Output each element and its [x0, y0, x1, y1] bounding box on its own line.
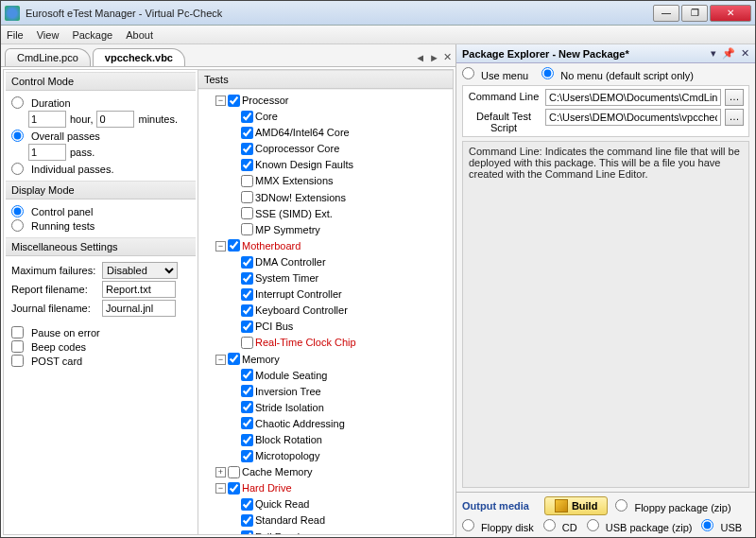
tab-next-icon[interactable]: ► [429, 52, 439, 63]
tree-node[interactable]: MP Symmetry [229, 221, 451, 237]
tree-checkbox[interactable] [241, 514, 253, 527]
tree-node[interactable]: Real-Time Clock Chip [229, 334, 451, 350]
default-script-browse-button[interactable]: … [725, 109, 744, 126]
tree-checkbox[interactable] [228, 353, 240, 365]
tree-checkbox[interactable] [241, 207, 253, 219]
tree-checkbox[interactable] [241, 223, 253, 235]
tree-node[interactable]: Stride Isolation [229, 399, 451, 415]
menu-view[interactable]: View [37, 29, 60, 41]
tree-node[interactable]: −Motherboard [215, 237, 451, 253]
tree-node[interactable]: Quick Read [229, 495, 451, 512]
expander-icon[interactable]: + [215, 467, 226, 477]
tab-prev-icon[interactable]: ◄ [415, 52, 425, 63]
expander-icon[interactable]: − [215, 241, 226, 252]
tree-checkbox[interactable] [241, 337, 253, 349]
beep-checkbox[interactable] [11, 340, 24, 353]
tree-checkbox[interactable] [241, 450, 253, 462]
tree-node[interactable]: Coprocessor Core [229, 140, 451, 156]
tree-checkbox[interactable] [228, 482, 240, 495]
output-opt-cd[interactable]: CD [543, 519, 577, 533]
tree-checkbox[interactable] [241, 272, 253, 285]
tree-node[interactable]: Inversion Tree [229, 383, 451, 399]
close-panel-icon[interactable]: ✕ [741, 47, 749, 60]
dropdown-icon[interactable]: ▾ [711, 47, 716, 60]
overall-passes-input[interactable] [28, 144, 66, 161]
tab-close-icon[interactable]: ✕ [443, 51, 452, 63]
tree-checkbox[interactable] [241, 111, 253, 123]
build-button[interactable]: Build [544, 496, 609, 515]
expander-icon[interactable]: − [215, 483, 226, 494]
expander-icon[interactable]: − [215, 355, 226, 365]
tree-node[interactable]: Known Design Faults [229, 156, 451, 172]
duration-radio[interactable] [11, 96, 24, 109]
tree-checkbox[interactable] [241, 159, 253, 171]
tab-vpccheck[interactable]: vpccheck.vbc [93, 48, 185, 66]
output-opt-usb-pkg[interactable]: USB package (zip) [587, 519, 693, 533]
tree-checkbox[interactable] [241, 321, 253, 333]
tree-checkbox[interactable] [241, 127, 253, 139]
tree-node[interactable]: Block Rotation [229, 431, 451, 447]
command-line-browse-button[interactable]: … [725, 89, 744, 106]
tree-node[interactable]: Full Read [229, 529, 451, 534]
close-button[interactable]: ✕ [710, 5, 751, 22]
tree-node[interactable]: +Cache Memory [215, 463, 451, 479]
tree-checkbox[interactable] [241, 288, 253, 301]
output-opt-floppy-pkg[interactable]: Floppy package (zip) [615, 499, 730, 513]
individual-radio[interactable] [11, 163, 24, 175]
maximize-button[interactable]: ❐ [681, 5, 708, 22]
tree-checkbox[interactable] [241, 256, 253, 269]
tree-checkbox[interactable] [241, 498, 253, 511]
tree-checkbox[interactable] [241, 530, 253, 534]
tree-node[interactable]: MMX Extensions [229, 172, 451, 188]
tree-node[interactable]: Chaotic Addressing [229, 415, 451, 431]
tree-checkbox[interactable] [241, 401, 253, 413]
report-filename-input[interactable] [102, 281, 176, 298]
output-opt-floppy[interactable]: Floppy disk [462, 519, 534, 533]
minimize-button[interactable]: — [653, 5, 679, 22]
post-checkbox[interactable] [11, 355, 24, 367]
tree-checkbox[interactable] [228, 239, 240, 252]
pause-checkbox[interactable] [11, 326, 24, 338]
default-script-input[interactable] [545, 109, 721, 126]
tree-checkbox[interactable] [241, 434, 253, 446]
command-line-input[interactable] [545, 89, 721, 106]
tree-node[interactable]: Microtopology [229, 447, 451, 463]
tree-node[interactable]: DMA Controller [229, 253, 451, 269]
pin-icon[interactable]: 📌 [722, 47, 735, 60]
tree-checkbox[interactable] [241, 417, 253, 429]
duration-hours-input[interactable] [28, 111, 66, 128]
tree-node[interactable]: Interrupt Controller [229, 286, 451, 302]
max-failures-select[interactable]: Disabled [102, 262, 178, 279]
tab-cmdline[interactable]: CmdLine.pco [5, 48, 91, 66]
menu-package[interactable]: Package [72, 29, 112, 41]
journal-filename-input[interactable] [102, 300, 176, 317]
running-tests-radio[interactable] [11, 219, 24, 232]
expander-icon[interactable]: − [215, 95, 226, 106]
tree-node[interactable]: PCI Bus [229, 318, 451, 334]
use-menu-radio[interactable]: Use menu [462, 67, 528, 81]
tree-node[interactable]: System Timer [229, 269, 451, 286]
tree-checkbox[interactable] [241, 304, 253, 317]
tree-node[interactable]: Keyboard Controller [229, 302, 451, 318]
tree-checkbox[interactable] [241, 191, 253, 203]
tree-node[interactable]: 3DNow! Extensions [229, 189, 451, 205]
tree-checkbox[interactable] [241, 385, 253, 397]
tree-node[interactable]: Module Seating [229, 367, 451, 383]
duration-minutes-input[interactable] [96, 111, 134, 128]
tree-node[interactable]: −Hard Drive [215, 479, 451, 495]
tree-checkbox[interactable] [241, 175, 253, 187]
tree-node[interactable]: AMD64/Intel64 Core [229, 124, 451, 140]
tests-tree-scroll[interactable]: −ProcessorCoreAMD64/Intel64 CoreCoproces… [198, 89, 453, 534]
no-menu-radio[interactable]: No menu (default script only) [541, 67, 694, 81]
tree-checkbox[interactable] [228, 466, 240, 478]
control-panel-radio[interactable] [11, 205, 24, 217]
tree-checkbox[interactable] [241, 369, 253, 381]
menu-about[interactable]: About [126, 29, 153, 41]
menu-file[interactable]: File [7, 29, 24, 41]
output-opt-usb[interactable]: USB [701, 519, 742, 533]
tree-node[interactable]: SSE (SIMD) Ext. [229, 205, 451, 221]
tree-checkbox[interactable] [228, 95, 240, 107]
overall-radio[interactable] [11, 130, 24, 142]
tree-checkbox[interactable] [241, 143, 253, 155]
tree-node[interactable]: Standard Read [229, 512, 451, 528]
